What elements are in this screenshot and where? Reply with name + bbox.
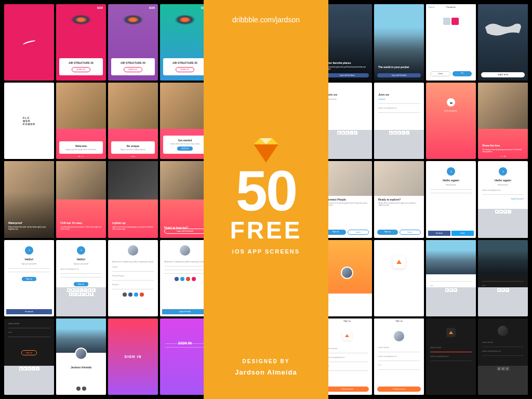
wishlist-button[interactable]: WISH LIST [176, 67, 194, 72]
signup-button[interactable]: Sign up [74, 282, 88, 286]
signin-gradient-1: SIGN IN [108, 318, 158, 395]
facebook-button[interactable]: Facebook [6, 309, 52, 314]
facebook-button[interactable]: Log in with Facebook [377, 73, 421, 77]
facebook-button[interactable]: Log in with Facebook [325, 73, 369, 77]
flower-welcome: WelcomeExplore yourself through the art … [56, 83, 106, 159]
price: $120 [97, 6, 103, 9]
signin-gradient-2: SIGN IN [160, 318, 210, 395]
login-button[interactable]: Log in [400, 230, 421, 235]
create-button[interactable]: Create account [377, 387, 421, 392]
wishlist-button[interactable]: WISH LIST [124, 67, 142, 72]
nike-product-cyan: $120 AIR STRUCTURE 20WISH LIST [160, 4, 210, 81]
plane-icon: ✈ [447, 167, 455, 176]
hello-again-1: ✈ Hello again Welcome back FacebookTwitt… [426, 161, 476, 237]
camera-icon: 📷 [447, 98, 455, 107]
camera-chill: Chill out. It's easyJust click what you … [56, 161, 106, 237]
plane-icon: ✈ [499, 167, 507, 176]
signup-dark-1: jardson.almeidajardson.araujo@gmail.com [426, 318, 476, 395]
flower-brand: FLO WER POWER [4, 83, 54, 159]
triangle-login: ••••••Forgot Password? qwe [426, 240, 476, 316]
profile-complete-2: Almost there. Complete your profile to e… [160, 240, 210, 316]
connect-people: Connect PeopleOur mission is to connect … [322, 161, 372, 237]
join-button[interactable]: JOIN US [177, 147, 193, 151]
avatar [498, 326, 508, 336]
keyboard[interactable]: qwert [374, 130, 424, 159]
discovr-favorite: Your favorite placesDiscover best places… [322, 4, 372, 81]
avatar [341, 267, 353, 279]
shoe-image [175, 15, 195, 25]
center-banner: dribbble.com/jardson 50 FREE iOS APP SCR… [204, 0, 328, 399]
facebook-auth: CancelFacebook CancelOK [426, 4, 476, 81]
friendr-splash: 📷 FRIENDR [426, 83, 476, 159]
credit: DESIGNED BY Jardson Almeida [235, 357, 297, 378]
dark-triangle-login: ••••••Forgot Password? qwe [478, 240, 528, 316]
keyboard[interactable]: qwe [426, 287, 476, 316]
shoe-image [123, 15, 143, 25]
dark-login: jardson.almeida••••••• Sign up qwert [4, 318, 54, 395]
joinus-2: Join usJardson|jardson.araujo@gmail.com … [374, 83, 424, 159]
wishlist-button[interactable]: WISH LIST [72, 67, 90, 72]
signup-button[interactable]: Sign up [22, 277, 36, 281]
count-number: 50 [236, 165, 296, 216]
ready-explore: Ready to explore?TA app offers exception… [374, 161, 424, 237]
upload-button[interactable]: Upload Profile [162, 309, 208, 314]
signup-orange: Sign up jardson.almeidajardson.araujo@gm… [322, 318, 372, 395]
friendr-share: Share the loveLet everyone know by shari… [478, 83, 528, 159]
shoe-image [71, 15, 91, 25]
keyboard[interactable]: qwert [322, 130, 372, 159]
avatar [128, 245, 138, 256]
flower-unique: Be uniqueExpress yourself in endless pat… [108, 83, 158, 159]
signup-button[interactable]: Sign up [21, 350, 37, 355]
avatar [180, 245, 190, 256]
nike-splash [4, 4, 54, 81]
profile-card: Jardson Almeida 𝕏ⓕ [56, 318, 106, 395]
keyboard[interactable]: qwe [478, 287, 528, 316]
plane-icon: ✈ [25, 246, 33, 255]
plane-icon: ✈ [77, 246, 85, 255]
keyboard[interactable]: qwert [4, 366, 54, 395]
showcase-canvas: $120 AIR STRUCTURE 20WISH LIST $120 AIR … [0, 0, 532, 399]
start-button[interactable]: START NOW [481, 72, 525, 77]
dribbble-url: dribbble.com/jardson [232, 16, 300, 24]
keyboard[interactable]: qwe [478, 366, 528, 395]
discovr-map: START NOW [478, 4, 528, 81]
create-button[interactable]: Create account [325, 387, 369, 392]
avatar [75, 348, 87, 360]
avatar [394, 331, 404, 341]
free-label: FREE [230, 216, 302, 244]
hello-signup-2: ✈ Hello! Sign up to get started jardson.… [56, 240, 106, 316]
flower-start: Get startedInspire others with the power… [160, 83, 210, 159]
forgot-link[interactable]: Forgot Password? [478, 198, 528, 200]
hello-again-2: ✈ Hello again Welcome back jardson.arauj… [478, 161, 528, 237]
orange-profile [322, 240, 372, 316]
signup-button[interactable]: Sign up [377, 230, 398, 235]
profile-complete-1: Almost there. Complete your profile to e… [108, 240, 158, 316]
login-button[interactable]: Log in [348, 230, 369, 235]
hello-signup-1: ✈ Hello! Sign up to get started Sign up … [4, 240, 54, 316]
signup-dark-2: jardson.almeidajardson.araujo@gmail.com … [478, 318, 528, 395]
nike-product-red: $120 AIR STRUCTURE 20WISH LIST [56, 4, 106, 81]
keyboard[interactable]: qwertyu asdfgh [56, 287, 106, 316]
facebook-login-button[interactable]: Login with Facebook [164, 229, 206, 234]
nike-product-purple: $120 AIR STRUCTURE 20WISH LIST [108, 4, 158, 81]
joinus-1: Join usWelcome back qwert [322, 83, 372, 159]
subtitle: iOS APP SCREENS [232, 248, 300, 255]
ok-button[interactable]: OK [453, 71, 472, 76]
keyboard[interactable]: qwer [478, 209, 528, 238]
triangle-icon [396, 260, 402, 264]
triangle-splash [374, 240, 424, 316]
cancel-button[interactable]: Cancel [428, 6, 434, 8]
camera-waterproof: WaterproofKeep memories like water. Tap … [4, 161, 54, 237]
camera-ready: Ready to have fun? Login with Facebook [160, 161, 210, 237]
discovr-world: The world in your pocket Log in with Fac… [374, 4, 424, 81]
camera-lighten: Lighten upLight is at the heart of photo… [108, 161, 158, 237]
signup-avatar: Sign up jardson.almeidajardson.araujo@gm… [374, 318, 424, 395]
